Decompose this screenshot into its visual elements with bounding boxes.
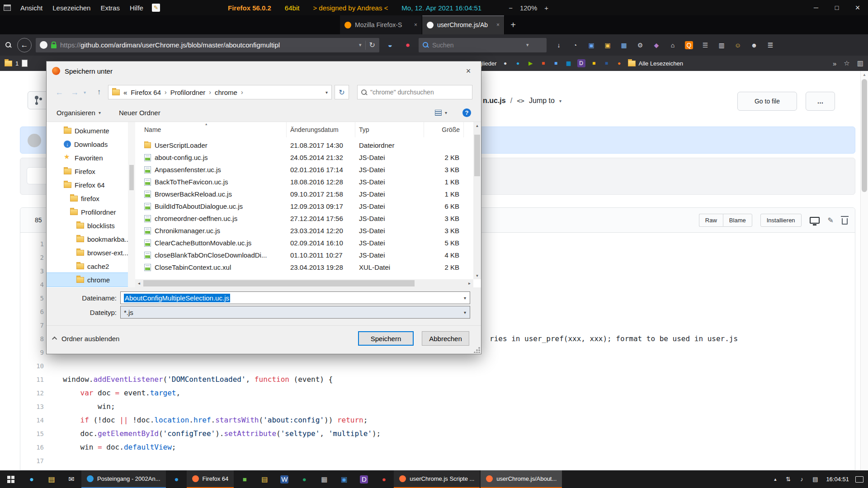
app-icon[interactable]: ● [374, 470, 394, 488]
jump-to-button[interactable]: Jump to [529, 97, 555, 105]
taskbar-window-button[interactable]: userChrome.js/About... [481, 470, 562, 488]
file-row[interactable]: Chronikmanager.uc.js 23.03.2014 12:20 JS… [135, 225, 481, 237]
tab-close-icon[interactable]: × [414, 22, 417, 28]
thunderbird-icon[interactable]: ● [167, 470, 187, 488]
breadcrumb-separator[interactable]: › [165, 89, 167, 96]
search-input[interactable] [432, 42, 523, 49]
organize-button[interactable]: Organisieren ▾ [57, 109, 101, 117]
tree-item[interactable]: Dokumente [47, 124, 128, 137]
notes-icon[interactable]: ✎ [152, 4, 160, 12]
forward-button[interactable]: → [68, 88, 81, 97]
breadcrumb-item[interactable]: chrome [215, 89, 237, 96]
bookmark-folder-icon[interactable] [628, 61, 636, 66]
dialog-titlebar[interactable]: Speichern unter × [47, 61, 481, 80]
cancel-button[interactable]: Abbrechen [422, 331, 469, 346]
file-row[interactable]: CloseTabinContext.uc.xul 23.04.2013 19:2… [135, 261, 481, 273]
tree-scrollbar[interactable] [128, 122, 135, 287]
taskbar-window-button[interactable]: Firefox 64 [187, 470, 234, 488]
desktop-icon[interactable] [810, 217, 820, 224]
volume-icon[interactable]: ♪ [797, 475, 806, 484]
star-icon[interactable]: ☆ [844, 59, 849, 67]
bookmark-icon[interactable]: ● [513, 58, 524, 69]
minimize-button[interactable]: ─ [806, 0, 826, 15]
scroll-down-icon[interactable]: ▼ [473, 272, 481, 279]
menu-item[interactable]: Extras [95, 4, 125, 12]
close-button[interactable]: × [847, 0, 868, 15]
breadcrumb-collapse[interactable]: « [123, 89, 127, 96]
view-options-button[interactable]: ▾ [435, 110, 447, 116]
browser-tab[interactable]: Mozilla Firefox-S × [340, 15, 422, 34]
bookmark-icon[interactable]: D [576, 58, 587, 69]
bookmark-icon[interactable]: ■ [538, 58, 549, 69]
tree-item[interactable]: chrome [47, 273, 128, 286]
bookmark-icon[interactable]: ▶ [525, 58, 536, 69]
url-dropdown-icon[interactable]: ▾ [359, 42, 362, 48]
menu-item[interactable]: Ansicht [15, 4, 47, 12]
bookmark-doc-icon[interactable] [22, 60, 28, 67]
dialog-search-box[interactable] [357, 85, 472, 99]
mail-icon[interactable]: ✉ [61, 470, 81, 488]
breadcrumb-item[interactable]: Profilordner [170, 89, 206, 96]
dialog-close-button[interactable]: × [456, 61, 481, 80]
tray-expand-icon[interactable]: ▲ [773, 477, 777, 482]
edit-pencil-icon[interactable]: ✎ [828, 216, 834, 225]
tree-item[interactable]: cache2 [47, 259, 128, 273]
url-text[interactable]: https://github.com/ardiman/userChrome.js… [60, 41, 355, 49]
menu-item[interactable]: Hilfe [125, 4, 148, 12]
breadcrumb-item[interactable]: Firefox 64 [131, 89, 161, 96]
browser-icon[interactable]: ● [22, 470, 42, 488]
menu-hamburger-icon[interactable]: ☰ [762, 38, 778, 53]
search-bar[interactable]: ▾ [419, 38, 547, 52]
help-button[interactable]: ? [462, 108, 471, 117]
zoom-out-button[interactable]: − [509, 4, 513, 12]
breadcrumb-dropdown-icon[interactable]: ▾ [326, 90, 328, 95]
search-engine-icon[interactable] [423, 42, 429, 48]
chevron-down-icon[interactable]: ▾ [464, 296, 466, 300]
refresh-button[interactable]: ↻ [335, 85, 349, 99]
all-bookmarks-label[interactable]: Alle Lesezeichen [639, 60, 683, 67]
app-icon[interactable]: D [354, 470, 374, 488]
search-dropdown-icon[interactable]: ▾ [526, 42, 529, 48]
breadcrumb[interactable]: « Firefox 64 › Profilordner › chrome › ▾ [108, 85, 332, 99]
app-icon[interactable]: ▣ [334, 470, 354, 488]
back-button[interactable]: ← [53, 88, 66, 97]
delete-trash-icon[interactable] [842, 218, 848, 225]
network-icon[interactable]: ⇅ [783, 475, 793, 484]
chevron-down-icon[interactable]: ▾ [464, 310, 466, 315]
bookmarks-folder-icon[interactable]: ▣ [583, 38, 599, 53]
menu-item[interactable]: Lesezeichen [47, 4, 95, 12]
bookmark-icon[interactable]: ■ [551, 58, 561, 69]
notification-center-icon[interactable] [855, 476, 863, 483]
start-button[interactable] [0, 470, 22, 488]
filename-value[interactable]: AboutConfigMultipleSelection.uc.js [124, 294, 230, 302]
bookmark-icon[interactable]: ■ [589, 58, 599, 69]
account-icon[interactable]: ◒ [383, 41, 397, 50]
resize-grip[interactable] [474, 347, 480, 353]
bookmark-folder-icon[interactable] [5, 61, 12, 66]
home-icon[interactable]: ⌂ [665, 38, 681, 53]
scrollbar-thumb[interactable] [474, 135, 480, 176]
tree-item[interactable]: Profilordner [47, 205, 128, 219]
taskbar-window-button[interactable]: Posteingang - 2002An... [81, 470, 166, 488]
filetype-combobox[interactable]: *.js ▾ [120, 306, 470, 319]
bookmark-icon[interactable]: ● [500, 58, 511, 69]
scrollbar-thumb[interactable] [129, 165, 134, 190]
app-icon[interactable]: ● [294, 470, 314, 488]
tree-item[interactable]: Favoriten [47, 151, 128, 164]
tree-item[interactable]: blocklists [47, 219, 128, 232]
zoom-in-button[interactable]: + [544, 4, 548, 12]
tree-item[interactable]: browser-ext... [47, 246, 128, 259]
file-row[interactable]: about-config.uc.js 24.05.2014 21:32 JS-D… [135, 151, 481, 164]
download-icon[interactable]: ↓ [551, 38, 567, 53]
tab-close-icon[interactable]: × [496, 22, 500, 28]
extensions-icon[interactable]: ◆ [648, 38, 665, 53]
quicktext-icon[interactable]: Q [681, 38, 697, 53]
file-row[interactable]: BuildIdToAboutDialogue.uc.js 12.09.2013 … [135, 200, 481, 212]
column-header-date[interactable]: Änderungsdatum [287, 122, 355, 137]
raw-button[interactable]: Raw [699, 214, 723, 227]
pages-icon[interactable]: ▦ [616, 38, 632, 53]
back-button[interactable]: ← [17, 38, 32, 52]
file-row[interactable]: closeBlankTabOnCloseDownloadDi... 01.10.… [135, 249, 481, 261]
url-bar[interactable]: https://github.com/ardiman/userChrome.js… [36, 38, 379, 52]
list-icon[interactable]: ☰ [697, 38, 713, 53]
